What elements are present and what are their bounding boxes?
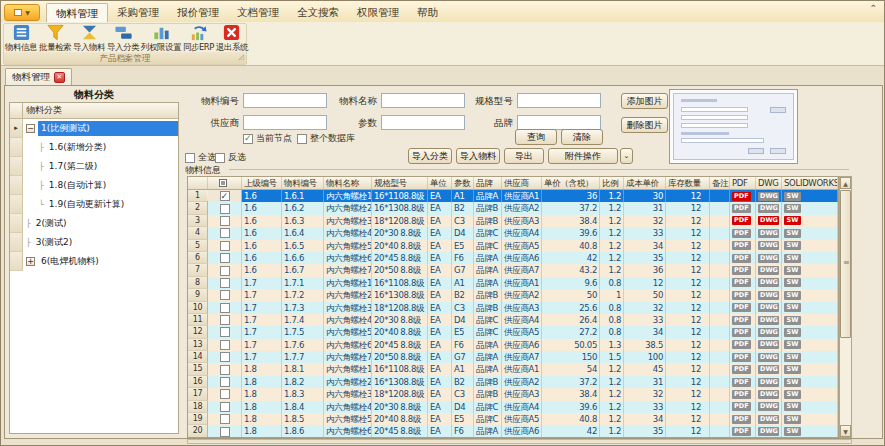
table-row[interactable]: 61.61.6.6内六角螺栓620*458.8级EAF6品牌A供应商A6421.… xyxy=(188,252,838,264)
dwg-badge[interactable]: DWG xyxy=(758,266,779,275)
row-checkbox[interactable] xyxy=(220,389,230,399)
table-row[interactable]: 201.81.8.6内六角螺栓620*458.8级EAF6品牌A供应商A6421… xyxy=(188,425,838,437)
cell-select[interactable] xyxy=(208,339,242,351)
document-tab-material[interactable]: 物料管理 ✕ xyxy=(5,68,72,85)
pdf-badge[interactable]: PDF xyxy=(732,365,751,374)
cell-select[interactable] xyxy=(208,252,242,264)
solidworks-badge[interactable]: SW xyxy=(784,328,801,337)
cell-select[interactable] xyxy=(208,190,242,202)
pdf-badge[interactable]: PDF xyxy=(732,390,751,399)
cell-select[interactable] xyxy=(208,277,242,289)
dwg-badge[interactable]: DWG xyxy=(758,415,779,424)
solidworks-badge[interactable]: SW xyxy=(784,204,801,213)
row-checkbox[interactable] xyxy=(220,414,230,424)
column-header[interactable]: 备注 xyxy=(710,177,730,189)
row-checkbox[interactable] xyxy=(220,340,230,350)
dwg-badge[interactable]: DWG xyxy=(758,241,779,250)
column-header[interactable]: 供应商 xyxy=(502,177,542,189)
column-header[interactable]: 上级编号 xyxy=(242,177,282,189)
solidworks-badge[interactable]: SW xyxy=(784,266,801,275)
expand-icon[interactable]: + xyxy=(26,257,35,266)
pdf-badge[interactable]: PDF xyxy=(732,316,751,325)
table-row[interactable]: 121.71.7.5内六角螺栓520*408.8级EAE5品牌C供应商A527.… xyxy=(188,326,838,338)
ribbon-tab[interactable]: 帮助 xyxy=(408,3,447,22)
horizontal-scrollbar[interactable] xyxy=(187,439,852,444)
row-checkbox[interactable] xyxy=(220,377,230,387)
row-checkbox[interactable] xyxy=(220,253,230,263)
dwg-badge[interactable]: DWG xyxy=(758,378,779,387)
attachment-dropdown-icon[interactable]: ⌄ xyxy=(620,148,633,164)
dwg-badge[interactable]: DWG xyxy=(758,316,779,325)
row-checkbox[interactable] xyxy=(220,216,230,226)
table-row[interactable]: 151.81.8.1内六角螺栓116*1108.8级EAA1品牌A供应商A154… xyxy=(188,363,838,375)
vertical-scrollbar[interactable]: ▲ ▼ xyxy=(839,176,852,438)
row-checkbox[interactable] xyxy=(220,191,230,201)
row-checkbox[interactable] xyxy=(220,278,230,288)
clear-button[interactable]: 清除 xyxy=(561,129,603,145)
ribbon-button-material-info[interactable]: 物料信息 xyxy=(4,23,38,54)
solidworks-badge[interactable]: SW xyxy=(784,390,801,399)
row-checkbox[interactable] xyxy=(220,352,230,362)
cell-select[interactable] xyxy=(208,326,242,338)
cell-select[interactable] xyxy=(208,314,242,326)
column-header[interactable]: 参数 xyxy=(452,177,474,189)
column-header-select[interactable] xyxy=(208,177,242,189)
ribbon-tab[interactable]: 报价管理 xyxy=(168,3,228,22)
row-checkbox[interactable] xyxy=(220,241,230,251)
delete-image-button[interactable]: 删除图片 xyxy=(621,117,668,133)
table-row[interactable]: 101.71.7.3内六角螺栓318*1208.8级EAC3品牌B供应商A325… xyxy=(188,302,838,314)
cell-select[interactable] xyxy=(208,240,242,252)
solidworks-badge[interactable]: SW xyxy=(784,278,801,287)
ribbon-button-import-category[interactable]: 导入分类 xyxy=(106,23,140,54)
pdf-badge[interactable]: PDF xyxy=(732,353,751,362)
dwg-badge[interactable]: DWG xyxy=(758,427,779,436)
column-header[interactable]: SOLIDWORKS xyxy=(782,177,838,189)
param-input[interactable] xyxy=(381,115,465,130)
solidworks-badge[interactable]: SW xyxy=(784,241,801,250)
dwg-badge[interactable]: DWG xyxy=(758,254,779,263)
table-row[interactable]: 181.81.8.4内六角螺栓420*308.8级EAD4品牌C供应商A439.… xyxy=(188,401,838,413)
table-row[interactable]: 51.61.6.5内六角螺栓520*408.8级EAE5品牌C供应商A540.8… xyxy=(188,240,838,252)
ribbon-button-exit-system[interactable]: 退出系统 xyxy=(215,23,249,54)
column-header[interactable]: 品牌 xyxy=(474,177,502,189)
ribbon-tab[interactable]: 全文搜索 xyxy=(288,3,348,22)
cell-select[interactable] xyxy=(208,215,242,227)
table-row[interactable]: 131.71.7.6内六角螺栓620*458.8级EAF6品牌A供应商A650.… xyxy=(188,339,838,351)
table-row[interactable]: 141.71.7.7内六角螺栓720*508.8级EAG7品牌A供应商A7150… xyxy=(188,351,838,363)
tree-item[interactable]: ├3(测试2) xyxy=(10,233,178,252)
column-header[interactable]: 单位 xyxy=(428,177,452,189)
tree-item[interactable]: ├1.6(新增分类) xyxy=(10,138,178,157)
supplier-input[interactable] xyxy=(243,115,327,130)
solidworks-badge[interactable]: SW xyxy=(784,316,801,325)
table-row[interactable]: 81.71.7.1内六角螺栓116*1108.8级EAA1品牌A供应商A19.6… xyxy=(188,277,838,289)
spec-model-input[interactable] xyxy=(517,93,601,108)
table-row[interactable]: 21.61.6.2内六角螺栓216*1308.8级EAB2品牌B供应商A237.… xyxy=(188,202,838,214)
solidworks-badge[interactable]: SW xyxy=(784,216,801,225)
dwg-badge[interactable]: DWG xyxy=(758,390,779,399)
column-header[interactable]: 单价（含税） xyxy=(542,177,600,189)
material-name-input[interactable] xyxy=(381,93,465,108)
row-checkbox[interactable] xyxy=(220,315,230,325)
column-header[interactable]: PDF xyxy=(730,177,756,189)
solidworks-badge[interactable]: SW xyxy=(784,415,801,424)
ribbon-tab[interactable]: 文档管理 xyxy=(228,3,288,22)
solidworks-badge[interactable]: SW xyxy=(784,378,801,387)
ribbon-tab[interactable]: 权限管理 xyxy=(348,3,408,22)
select-all-checkbox[interactable]: 全选 xyxy=(185,151,216,164)
current-node-checkbox[interactable]: 当前节点 xyxy=(243,132,292,145)
pdf-badge[interactable]: PDF xyxy=(732,378,751,387)
solidworks-badge[interactable]: SW xyxy=(784,402,801,411)
pdf-badge[interactable]: PDF xyxy=(732,216,751,225)
tree-item[interactable]: +6(电焊机物料) xyxy=(10,252,178,271)
table-row[interactable]: 111.71.7.4内六角螺栓420*308.8级EAD4品牌C供应商A426.… xyxy=(188,314,838,326)
table-row[interactable]: 71.61.6.7内六角螺栓720*508.8级EAG7品牌A供应商A743.2… xyxy=(188,264,838,276)
pdf-badge[interactable]: PDF xyxy=(732,278,751,287)
material-code-input[interactable] xyxy=(243,93,327,108)
row-checkbox[interactable] xyxy=(220,365,230,375)
solidworks-badge[interactable]: SW xyxy=(784,365,801,374)
solidworks-badge[interactable]: SW xyxy=(784,192,801,201)
pdf-badge[interactable]: PDF xyxy=(732,415,751,424)
whole-database-checkbox[interactable]: 整个数据库 xyxy=(297,132,355,145)
pdf-badge[interactable]: PDF xyxy=(732,229,751,238)
pdf-badge[interactable]: PDF xyxy=(732,291,751,300)
